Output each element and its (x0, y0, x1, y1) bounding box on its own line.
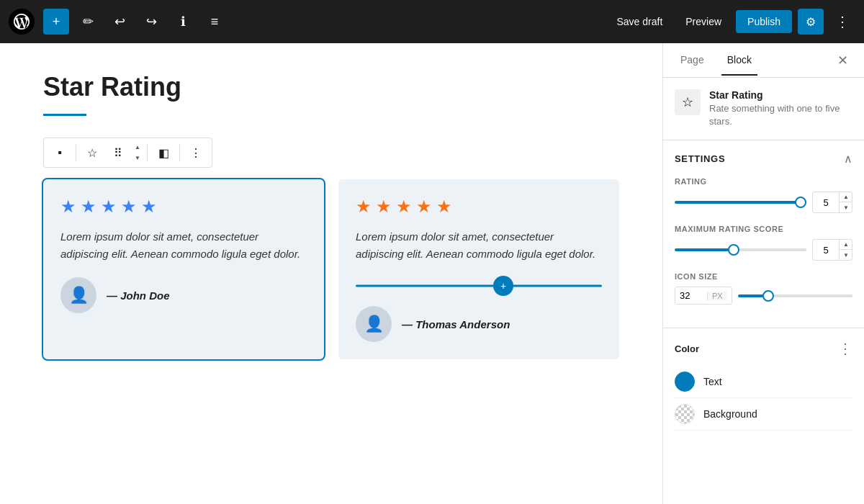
save-draft-button[interactable]: Save draft (608, 12, 671, 32)
block-icon: ☆ (675, 89, 701, 115)
block-drag-button[interactable]: ⠿ (107, 141, 130, 164)
rating-slider-row: ▲ ▼ (675, 192, 852, 213)
background-color-label: Background (703, 408, 757, 420)
review-card-1[interactable]: ★ ★ ★ ★ ★ Lorem ipsum dolor sit amet, co… (43, 179, 324, 359)
toolbar-divider-3 (179, 144, 180, 161)
icon-size-label: ICON SIZE (675, 272, 852, 281)
settings-collapse-icon[interactable]: ∧ (844, 152, 852, 166)
star-2-1: ★ (356, 197, 372, 217)
tab-block[interactable]: Block (721, 45, 757, 76)
avatar-1: 👤 (60, 277, 96, 313)
max-rating-spinners: ▲ ▼ (839, 240, 852, 260)
rating-spin-up[interactable]: ▲ (840, 192, 852, 202)
icon-size-slider[interactable] (738, 294, 852, 297)
block-align-button[interactable]: ◧ (152, 141, 175, 164)
max-rating-spin-down[interactable]: ▼ (840, 250, 852, 260)
block-description: Star Rating Rate something with one to f… (709, 89, 852, 128)
redo-button[interactable]: ↪ (138, 9, 164, 35)
sidebar: Page Block ✕ ☆ Star Rating Rate somethin… (662, 43, 864, 504)
rating-control: RATING ▲ ▼ (675, 177, 852, 213)
stepper-up-button[interactable]: ▲ (132, 143, 143, 153)
icon-size-control: ICON SIZE PX (675, 272, 852, 305)
review-text-2: Lorem ipsum dolor sit amet, consectetuer… (356, 228, 602, 263)
section-header[interactable]: Settings ∧ (675, 152, 852, 166)
stars-1: ★ ★ ★ ★ ★ (60, 197, 307, 217)
toolbar: + ✏ ↩ ↪ ℹ ≡ Save draft Preview Publish ⚙… (0, 0, 864, 43)
preview-button[interactable]: Preview (677, 12, 730, 32)
star-1-2: ★ (81, 197, 96, 217)
px-label: PX (707, 292, 727, 300)
undo-button[interactable]: ↩ (107, 9, 132, 35)
sidebar-header: Page Block ✕ (663, 43, 864, 78)
sidebar-close-button[interactable]: ✕ (832, 50, 852, 71)
add-block-button[interactable]: + (43, 9, 69, 35)
star-1-4: ★ (121, 197, 137, 217)
block-name: Star Rating (709, 89, 852, 101)
block-stepper: ▲ ▼ (132, 143, 143, 163)
more-options-button[interactable]: ⋮ (829, 9, 855, 35)
color-section: Color ⋮ Text Background (663, 328, 864, 442)
avatar-2: 👤 (356, 306, 392, 342)
block-layout-button[interactable]: ▪ (48, 141, 71, 164)
color-section-header: Color ⋮ (675, 340, 852, 357)
color-more-button[interactable]: ⋮ (838, 340, 852, 357)
settings-button[interactable]: ⚙ (798, 9, 824, 35)
star-1-1: ★ (60, 197, 76, 217)
reviews-grid: ★ ★ ★ ★ ★ Lorem ipsum dolor sit amet, co… (43, 179, 619, 359)
review-text-1: Lorem ipsum dolor sit amet, consectetuer… (60, 228, 307, 263)
tab-page[interactable]: Page (675, 45, 710, 76)
title-underline (43, 114, 86, 116)
stars-2: ★ ★ ★ ★ ★ (356, 197, 602, 217)
block-desc: Rate something with one to five stars. (709, 102, 852, 128)
reviewer-1: 👤 — John Doe (60, 277, 307, 313)
rating-slider[interactable] (675, 201, 806, 204)
rating-input[interactable] (813, 194, 839, 211)
max-rating-spin-up[interactable]: ▲ (840, 240, 852, 250)
settings-title: Settings (675, 153, 725, 164)
rating-label: RATING (675, 177, 852, 186)
block-more-button[interactable]: ⋮ (184, 141, 207, 164)
background-color-swatch[interactable] (675, 404, 695, 424)
toolbar-right: Save draft Preview Publish ⚙ ⋮ (608, 9, 855, 35)
icon-size-input[interactable] (675, 287, 707, 304)
toolbar-divider-2 (147, 144, 148, 161)
rating-spin-down[interactable]: ▼ (840, 202, 852, 212)
review-card-2[interactable]: ★ ★ ★ ★ ★ Lorem ipsum dolor sit amet, co… (338, 179, 619, 359)
toolbar-divider (76, 144, 76, 161)
star-2-2: ★ (376, 197, 392, 217)
max-rating-input-wrap: ▲ ▼ (812, 239, 852, 261)
text-color-label: Text (703, 376, 722, 387)
star-2-3: ★ (396, 197, 412, 217)
star-2-4: ★ (416, 197, 432, 217)
star-2-5: ★ (436, 197, 452, 217)
icon-size-row: PX (675, 287, 852, 305)
settings-section: Settings ∧ RATING ▲ ▼ (663, 140, 864, 328)
reviewer-name-1: — John Doe (107, 289, 170, 302)
color-text-item[interactable]: Text (675, 366, 852, 398)
main-layout: Star Rating ▪ ☆ ⠿ ▲ ▼ ◧ ⋮ ★ ★ ★ (0, 43, 864, 504)
max-rating-slider-row: ▲ ▼ (675, 239, 852, 261)
block-toolbar: ▪ ☆ ⠿ ▲ ▼ ◧ ⋮ (43, 138, 212, 168)
max-rating-slider[interactable] (675, 248, 806, 251)
list-view-button[interactable]: ≡ (202, 9, 228, 35)
max-rating-label: MAXIMUM RATING SCORE (675, 225, 852, 233)
reviewer-2: 👤 — Thomas Anderson (356, 306, 602, 342)
publish-button[interactable]: Publish (736, 10, 792, 33)
max-rating-input[interactable] (813, 242, 839, 258)
reviewer-name-2: — Thomas Anderson (402, 318, 510, 330)
stepper-down-button[interactable]: ▼ (132, 153, 143, 163)
color-section-title: Color (675, 343, 699, 354)
color-background-item[interactable]: Background (675, 398, 852, 431)
edit-pen-button[interactable]: ✏ (75, 9, 101, 35)
max-rating-control: MAXIMUM RATING SCORE ▲ ▼ (675, 225, 852, 261)
block-info: ☆ Star Rating Rate something with one to… (663, 78, 864, 140)
block-star-button[interactable]: ☆ (81, 141, 104, 164)
text-color-swatch[interactable] (675, 372, 695, 392)
star-1-5: ★ (141, 197, 157, 217)
page-title: Star Rating (43, 72, 619, 102)
icon-size-input-wrap: PX (675, 287, 732, 305)
info-button[interactable]: ℹ (170, 9, 196, 35)
drag-slider[interactable]: + (356, 277, 602, 294)
star-1-3: ★ (101, 197, 117, 217)
wp-logo[interactable] (9, 9, 35, 35)
